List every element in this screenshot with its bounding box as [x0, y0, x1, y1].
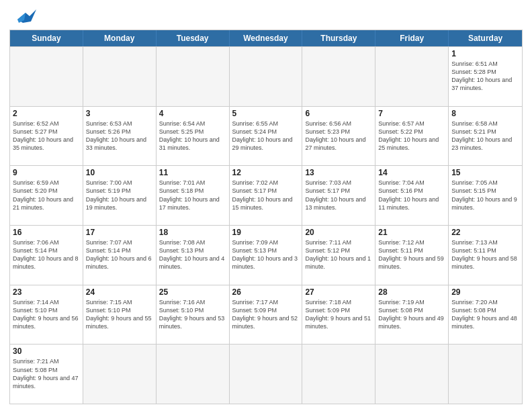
calendar-cell — [157, 47, 230, 106]
calendar-cell: 20Sunrise: 7:11 AM Sunset: 5:12 PM Dayli… — [302, 226, 375, 285]
day-number: 5 — [232, 109, 300, 118]
calendar-cell: 27Sunrise: 7:18 AM Sunset: 5:09 PM Dayli… — [302, 285, 375, 345]
calendar-cell: 11Sunrise: 7:01 AM Sunset: 5:18 PM Dayli… — [157, 166, 230, 225]
weekday-header: Sunday — [10, 30, 83, 46]
day-info: Sunrise: 6:51 AM Sunset: 5:28 PM Dayligh… — [451, 60, 519, 93]
day-number: 3 — [86, 109, 153, 118]
day-number: 16 — [13, 228, 80, 237]
calendar-cell — [449, 345, 522, 404]
calendar-cell: 2Sunrise: 6:52 AM Sunset: 5:27 PM Daylig… — [10, 107, 83, 166]
calendar-cell: 24Sunrise: 7:15 AM Sunset: 5:10 PM Dayli… — [83, 285, 157, 345]
day-number: 29 — [451, 287, 519, 297]
header — [9, 7, 523, 24]
day-info: Sunrise: 7:03 AM Sunset: 5:17 PM Dayligh… — [305, 179, 372, 212]
calendar-cell: 25Sunrise: 7:16 AM Sunset: 5:10 PM Dayli… — [157, 285, 230, 345]
day-info: Sunrise: 7:02 AM Sunset: 5:17 PM Dayligh… — [232, 179, 300, 212]
weekday-header: Saturday — [449, 30, 522, 46]
calendar-cell — [230, 345, 303, 404]
calendar-cell — [302, 345, 375, 404]
day-number: 19 — [232, 228, 300, 237]
calendar-body: 1Sunrise: 6:51 AM Sunset: 5:28 PM Daylig… — [10, 46, 522, 404]
day-info: Sunrise: 7:05 AM Sunset: 5:15 PM Dayligh… — [451, 179, 519, 212]
day-number: 8 — [451, 109, 519, 118]
calendar-cell: 9Sunrise: 6:59 AM Sunset: 5:20 PM Daylig… — [10, 166, 83, 225]
day-number: 17 — [86, 228, 153, 237]
day-number: 24 — [86, 287, 153, 297]
calendar-header: SundayMondayTuesdayWednesdayThursdayFrid… — [10, 30, 522, 46]
logo — [9, 9, 36, 24]
calendar-cell: 6Sunrise: 6:56 AM Sunset: 5:23 PM Daylig… — [302, 107, 375, 166]
day-number: 27 — [305, 287, 372, 297]
day-info: Sunrise: 7:14 AM Sunset: 5:10 PM Dayligh… — [13, 298, 80, 331]
day-info: Sunrise: 6:59 AM Sunset: 5:20 PM Dayligh… — [13, 179, 80, 212]
day-info: Sunrise: 7:16 AM Sunset: 5:10 PM Dayligh… — [159, 298, 226, 331]
calendar-cell — [10, 47, 83, 106]
day-number: 10 — [86, 168, 153, 177]
day-number: 7 — [378, 109, 445, 118]
calendar-cell — [302, 47, 375, 106]
calendar-cell: 1Sunrise: 6:51 AM Sunset: 5:28 PM Daylig… — [449, 47, 522, 106]
calendar-cell: 7Sunrise: 6:57 AM Sunset: 5:22 PM Daylig… — [375, 107, 449, 166]
day-info: Sunrise: 7:13 AM Sunset: 5:11 PM Dayligh… — [451, 238, 519, 271]
calendar-cell: 30Sunrise: 7:21 AM Sunset: 5:08 PM Dayli… — [10, 345, 83, 404]
weekday-header: Wednesday — [230, 30, 303, 46]
calendar-cell: 29Sunrise: 7:20 AM Sunset: 5:08 PM Dayli… — [449, 285, 522, 345]
calendar: SundayMondayTuesdayWednesdayThursdayFrid… — [9, 30, 523, 404]
calendar-cell: 3Sunrise: 6:53 AM Sunset: 5:26 PM Daylig… — [83, 107, 157, 166]
day-info: Sunrise: 6:57 AM Sunset: 5:22 PM Dayligh… — [378, 120, 445, 152]
calendar-cell — [375, 47, 449, 106]
calendar-cell: 28Sunrise: 7:19 AM Sunset: 5:08 PM Dayli… — [375, 285, 449, 345]
day-info: Sunrise: 7:08 AM Sunset: 5:13 PM Dayligh… — [159, 238, 226, 271]
calendar-cell: 26Sunrise: 7:17 AM Sunset: 5:09 PM Dayli… — [230, 285, 303, 345]
calendar-cell: 8Sunrise: 6:58 AM Sunset: 5:21 PM Daylig… — [449, 107, 522, 166]
day-info: Sunrise: 7:07 AM Sunset: 5:14 PM Dayligh… — [86, 238, 153, 271]
day-number: 14 — [378, 168, 445, 177]
calendar-week-row: 9Sunrise: 6:59 AM Sunset: 5:20 PM Daylig… — [10, 165, 522, 225]
day-number: 15 — [451, 168, 519, 177]
calendar-cell: 23Sunrise: 7:14 AM Sunset: 5:10 PM Dayli… — [10, 285, 83, 345]
page: SundayMondayTuesdayWednesdayThursdayFrid… — [0, 0, 532, 411]
calendar-cell: 15Sunrise: 7:05 AM Sunset: 5:15 PM Dayli… — [449, 166, 522, 225]
day-number: 22 — [451, 228, 519, 237]
day-info: Sunrise: 6:53 AM Sunset: 5:26 PM Dayligh… — [86, 120, 153, 152]
day-number: 20 — [305, 228, 372, 237]
calendar-week-row: 30Sunrise: 7:21 AM Sunset: 5:08 PM Dayli… — [10, 344, 522, 404]
calendar-cell: 17Sunrise: 7:07 AM Sunset: 5:14 PM Dayli… — [83, 226, 157, 285]
day-info: Sunrise: 7:18 AM Sunset: 5:09 PM Dayligh… — [305, 298, 372, 331]
day-info: Sunrise: 7:00 AM Sunset: 5:19 PM Dayligh… — [86, 179, 153, 212]
day-number: 6 — [305, 109, 372, 118]
calendar-cell: 10Sunrise: 7:00 AM Sunset: 5:19 PM Dayli… — [83, 166, 157, 225]
calendar-cell — [375, 345, 449, 404]
day-info: Sunrise: 7:15 AM Sunset: 5:10 PM Dayligh… — [86, 298, 153, 331]
calendar-cell: 5Sunrise: 6:55 AM Sunset: 5:24 PM Daylig… — [230, 107, 303, 166]
weekday-header: Monday — [83, 30, 157, 46]
calendar-cell — [157, 345, 230, 404]
logo-bird-icon — [11, 9, 36, 30]
calendar-cell: 13Sunrise: 7:03 AM Sunset: 5:17 PM Dayli… — [302, 166, 375, 225]
day-number: 13 — [305, 168, 372, 177]
calendar-cell: 19Sunrise: 7:09 AM Sunset: 5:13 PM Dayli… — [230, 226, 303, 285]
day-info: Sunrise: 6:56 AM Sunset: 5:23 PM Dayligh… — [305, 120, 372, 152]
day-info: Sunrise: 6:54 AM Sunset: 5:25 PM Dayligh… — [159, 120, 226, 152]
day-number: 25 — [159, 287, 226, 297]
day-info: Sunrise: 6:58 AM Sunset: 5:21 PM Dayligh… — [451, 120, 519, 152]
day-info: Sunrise: 7:01 AM Sunset: 5:18 PM Dayligh… — [159, 179, 226, 212]
day-info: Sunrise: 7:20 AM Sunset: 5:08 PM Dayligh… — [451, 298, 519, 331]
calendar-week-row: 2Sunrise: 6:52 AM Sunset: 5:27 PM Daylig… — [10, 106, 522, 166]
day-info: Sunrise: 7:04 AM Sunset: 5:16 PM Dayligh… — [378, 179, 445, 212]
calendar-week-row: 1Sunrise: 6:51 AM Sunset: 5:28 PM Daylig… — [10, 46, 522, 106]
calendar-cell — [230, 47, 303, 106]
day-number: 26 — [232, 287, 300, 297]
day-number: 12 — [232, 168, 300, 177]
day-info: Sunrise: 7:19 AM Sunset: 5:08 PM Dayligh… — [378, 298, 445, 331]
calendar-week-row: 16Sunrise: 7:06 AM Sunset: 5:14 PM Dayli… — [10, 225, 522, 285]
day-info: Sunrise: 6:55 AM Sunset: 5:24 PM Dayligh… — [232, 120, 300, 152]
day-number: 28 — [378, 287, 445, 297]
calendar-cell: 12Sunrise: 7:02 AM Sunset: 5:17 PM Dayli… — [230, 166, 303, 225]
day-info: Sunrise: 7:12 AM Sunset: 5:11 PM Dayligh… — [378, 238, 445, 271]
day-info: Sunrise: 7:06 AM Sunset: 5:14 PM Dayligh… — [13, 238, 80, 271]
calendar-cell — [83, 47, 157, 106]
day-number: 21 — [378, 228, 445, 237]
calendar-cell: 18Sunrise: 7:08 AM Sunset: 5:13 PM Dayli… — [157, 226, 230, 285]
day-number: 30 — [13, 347, 80, 356]
